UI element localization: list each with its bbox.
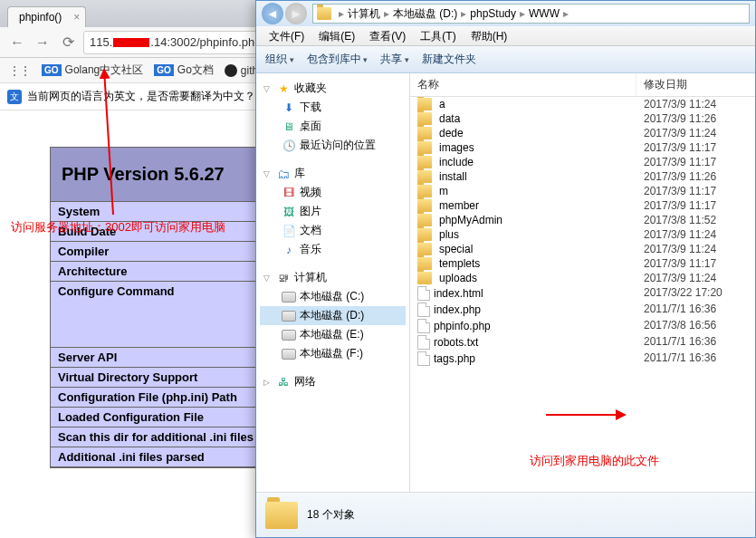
bookmark-godoc[interactable]: GO Go文档 (154, 62, 214, 78)
file-row[interactable]: index.php2011/7/1 16:36 (410, 302, 755, 318)
url-suffix: .14:3002/phpinfo.php (150, 35, 261, 49)
file-row[interactable]: member2017/3/9 11:17 (410, 198, 755, 213)
document-icon: 📄 (282, 224, 296, 238)
file-name: a (439, 98, 445, 110)
file-date: 2017/3/9 11:24 (636, 127, 755, 139)
separator-icon: ▸ (380, 7, 393, 20)
tree-desktop[interactable]: 🖥桌面 (260, 117, 406, 136)
explorer-body: ▽★收藏夹 ⬇下载 🖥桌面 🕓最近访问的位置 ▽🗂库 🎞视频 🖼图片 📄文档 ♪… (256, 73, 755, 492)
reload-button[interactable]: ⟳ (58, 33, 78, 53)
menu-file[interactable]: 文件(F) (262, 26, 311, 45)
drive-icon (282, 311, 296, 322)
address-bar[interactable]: ▸ 计算机 ▸ 本地磁盘 (D:) ▸ phpStudy ▸ WWW ▸ (312, 4, 750, 24)
go-badge-icon: GO (154, 64, 174, 76)
menu-bar: 文件(F) 编辑(E) 查看(V) 工具(T) 帮助(H) (256, 26, 755, 46)
tree-favorites[interactable]: ▽★收藏夹 (260, 79, 406, 98)
file-row[interactable]: phpMyAdmin2017/3/8 11:52 (410, 213, 755, 227)
file-list: 名称 修改日期 a2017/3/9 11:24data2017/3/9 11:2… (410, 73, 755, 492)
new-folder-button[interactable]: 新建文件夹 (422, 52, 476, 67)
file-row[interactable]: a2017/3/9 11:24 (410, 97, 755, 111)
file-name: data (439, 112, 460, 125)
tree-drive-d[interactable]: 本地磁盘 (D:) (260, 306, 406, 325)
file-row[interactable]: special2017/3/9 11:24 (410, 242, 755, 256)
file-name: tags.php (434, 352, 475, 365)
file-row[interactable]: tags.php2011/7/1 16:36 (410, 351, 755, 367)
back-button[interactable]: ← (7, 33, 27, 53)
status-bar: 18 个对象 (256, 492, 755, 537)
menu-edit[interactable]: 编辑(E) (311, 26, 362, 45)
file-row[interactable]: index.html2017/3/22 17:20 (410, 285, 755, 302)
tree-libraries[interactable]: ▽🗂库 (260, 164, 406, 183)
tree-drive-f[interactable]: 本地磁盘 (F:) (260, 344, 406, 363)
tree-videos[interactable]: 🎞视频 (260, 183, 406, 202)
file-row[interactable]: robots.txt2011/7/1 16:36 (410, 334, 755, 351)
file-row[interactable]: dede2017/3/9 11:24 (410, 126, 755, 140)
file-name: include (439, 156, 474, 168)
arrow-to-file (539, 406, 629, 424)
crumb-www[interactable]: WWW (529, 7, 560, 20)
explorer-titlebar: ◄ ► ▸ 计算机 ▸ 本地磁盘 (D:) ▸ phpStudy ▸ WWW ▸ (256, 1, 755, 26)
file-row[interactable]: uploads2017/3/9 11:24 (410, 271, 755, 285)
file-date: 2011/7/1 16:36 (636, 303, 755, 317)
organize-button[interactable]: 组织 (265, 52, 294, 67)
crumb-phpstudy[interactable]: phpStudy (470, 7, 516, 20)
file-name: phpMyAdmin (439, 214, 502, 226)
tree-network[interactable]: ▷🖧网络 (260, 372, 406, 391)
file-date: 2017/3/8 16:56 (636, 319, 755, 333)
tree-downloads[interactable]: ⬇下载 (260, 98, 406, 117)
tree-music[interactable]: ♪音乐 (260, 240, 406, 259)
share-button[interactable]: 共享 (380, 52, 409, 67)
file-name: index.php (434, 303, 481, 316)
file-row[interactable]: plus2017/3/9 11:24 (410, 227, 755, 242)
folder-icon (417, 156, 432, 168)
tree-drive-e[interactable]: 本地磁盘 (E:) (260, 325, 406, 344)
music-icon: ♪ (282, 243, 296, 257)
apps-icon[interactable]: ⋮⋮ (9, 64, 31, 77)
explorer-window: ◄ ► ▸ 计算机 ▸ 本地磁盘 (D:) ▸ phpStudy ▸ WWW ▸… (255, 0, 756, 538)
file-row[interactable]: templets2017/3/9 11:17 (410, 256, 755, 271)
separator-icon: ▸ (560, 7, 572, 20)
tree-drive-c[interactable]: 本地磁盘 (C:) (260, 287, 406, 306)
tree-documents[interactable]: 📄文档 (260, 221, 406, 240)
file-date: 2017/3/9 11:17 (636, 185, 755, 197)
tree-recent[interactable]: 🕓最近访问的位置 (260, 136, 406, 155)
crumb-drive[interactable]: 本地磁盘 (D:) (393, 6, 457, 22)
file-name: member (439, 199, 479, 212)
file-date: 2017/3/9 11:26 (636, 170, 755, 183)
separator-icon: ▸ (516, 7, 529, 20)
menu-view[interactable]: 查看(V) (362, 26, 413, 45)
file-name: robots.txt (434, 336, 478, 349)
file-row[interactable]: phpinfo.php2017/3/8 16:56 (410, 318, 755, 334)
svg-line-0 (104, 70, 113, 215)
menu-tools[interactable]: 工具(T) (413, 26, 463, 45)
url-prefix: 115. (90, 35, 112, 49)
tree-pictures[interactable]: 🖼图片 (260, 202, 406, 221)
crumb-computer[interactable]: 计算机 (348, 6, 380, 22)
include-library-button[interactable]: 包含到库中 (307, 52, 368, 67)
forward-button[interactable]: → (33, 33, 53, 53)
tree-computer[interactable]: ▽🖳计算机 (260, 268, 406, 287)
file-name: m (439, 185, 448, 197)
tab-title: phpinfo() (19, 11, 62, 24)
folder-icon (417, 112, 432, 125)
file-icon (417, 335, 430, 350)
file-row[interactable]: install2017/3/9 11:26 (410, 169, 755, 184)
file-name: templets (439, 257, 480, 270)
file-row[interactable]: include2017/3/9 11:17 (410, 155, 755, 169)
col-name[interactable]: 名称 (410, 73, 636, 96)
github-icon (225, 64, 237, 77)
folder-icon (417, 243, 432, 255)
file-date: 2017/3/9 11:26 (636, 112, 755, 125)
folder-icon (265, 502, 298, 529)
file-row[interactable]: data2017/3/9 11:26 (410, 111, 755, 126)
menu-help[interactable]: 帮助(H) (464, 26, 515, 45)
status-text: 18 个对象 (307, 507, 355, 523)
file-icon (417, 303, 430, 317)
file-date: 2017/3/9 11:24 (636, 243, 755, 255)
back-button[interactable]: ◄ (262, 3, 283, 24)
file-row[interactable]: m2017/3/9 11:17 (410, 184, 755, 198)
browser-tab[interactable]: phpinfo() × (7, 6, 86, 27)
file-row[interactable]: images2017/3/9 11:17 (410, 140, 755, 155)
close-tab-icon[interactable]: × (73, 11, 80, 24)
col-date[interactable]: 修改日期 (636, 73, 755, 96)
